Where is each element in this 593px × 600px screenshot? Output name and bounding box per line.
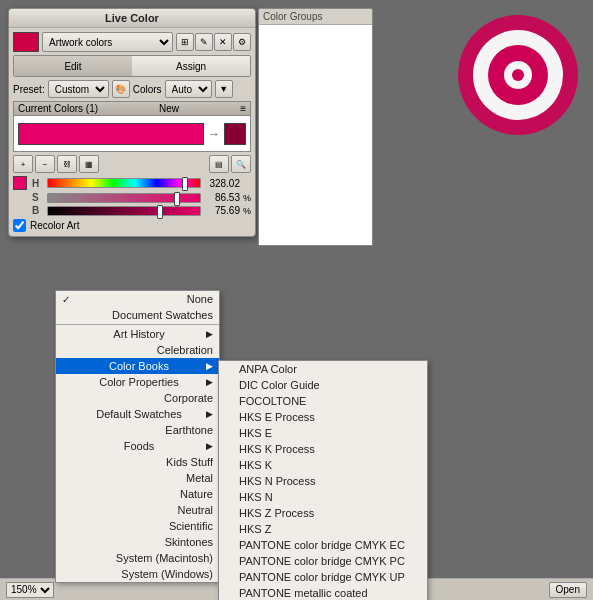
open-button[interactable]: Open [549, 582, 587, 598]
display-icon-btn[interactable]: ▦ [79, 155, 99, 173]
preset-label: Preset: [13, 84, 45, 95]
menu-item-system-mac[interactable]: System (Macintosh) [56, 550, 219, 566]
bright-slider-row: B 75.69 % [13, 205, 251, 216]
tab-assign[interactable]: Assign [132, 56, 250, 76]
h-label: H [32, 178, 44, 189]
menu-item-default-swatches[interactable]: Default Swatches ▶ [56, 406, 219, 422]
menu-item-none[interactable]: ✓ None [56, 291, 219, 307]
menu-item-celebration[interactable]: Celebration [56, 342, 219, 358]
sub-item-hks-e-proc[interactable]: HKS E Process [219, 409, 427, 425]
recolor-checkbox[interactable] [13, 219, 26, 232]
zoom-icon-btn[interactable]: 🔍 [231, 155, 251, 173]
subtract-icon-btn[interactable]: − [35, 155, 55, 173]
b-label: B [32, 205, 44, 216]
bottom-icons-row: + − ⛓ ▦ ▤ 🔍 [13, 155, 251, 173]
s-label: S [32, 192, 44, 203]
sub-item-hks-e[interactable]: HKS E [219, 425, 427, 441]
sat-slider-row: S 86.53 % [13, 192, 251, 203]
settings-btn[interactable]: ⚙ [233, 33, 251, 51]
delete-btn[interactable]: ✕ [214, 33, 232, 51]
menu-item-metal[interactable]: Metal [56, 470, 219, 486]
color-bar-new[interactable] [224, 123, 246, 145]
none-check: ✓ [62, 294, 76, 305]
view-icon-btn[interactable]: ▤ [209, 155, 229, 173]
s-unit: % [243, 193, 251, 203]
menu-item-earthtone[interactable]: Earthtone [56, 422, 219, 438]
sub-item-hks-z-proc[interactable]: HKS Z Process [219, 505, 427, 521]
sub-item-pantone-metallic[interactable]: PANTONE metallic coated [219, 585, 427, 600]
menu-item-corporate[interactable]: Corporate [56, 390, 219, 406]
preset-row: Preset: Custom 🎨 Colors Auto ▼ [13, 80, 251, 98]
b-unit: % [243, 206, 251, 216]
hue-thumb[interactable] [182, 177, 188, 191]
sub-context-menu: ANPA Color DIC Color Guide FOCOLTONE HKS… [218, 360, 428, 600]
more-icon[interactable]: ≡ [240, 103, 246, 114]
sub-item-dic[interactable]: DIC Color Guide [219, 377, 427, 393]
tab-edit[interactable]: Edit [14, 56, 132, 76]
sub-item-pantone-cmyk-ec[interactable]: PANTONE color bridge CMYK EC [219, 537, 427, 553]
live-color-panel: Live Color Artwork colors ⊞ ✎ ✕ ⚙ Edit A… [8, 8, 256, 237]
b-value: 75.69 [204, 205, 240, 216]
panel-title: Live Color [9, 9, 255, 28]
menu-item-kids-stuff[interactable]: Kids Stuff [56, 454, 219, 470]
sat-track[interactable] [47, 193, 201, 203]
preset-icon-btn[interactable]: 🎨 [112, 80, 130, 98]
colors-label: Colors [133, 84, 162, 95]
link-icon-btn[interactable]: ⛓ [57, 155, 77, 173]
sub-item-hks-k[interactable]: HKS K [219, 457, 427, 473]
bright-track[interactable] [47, 206, 201, 216]
hue-track[interactable] [47, 178, 201, 188]
menu-item-skintones[interactable]: Skintones [56, 534, 219, 550]
edit-btn[interactable]: ✎ [195, 33, 213, 51]
recolor-checkbox-row: Recolor Art [13, 219, 251, 232]
sat-thumb[interactable] [174, 192, 180, 206]
sub-item-pantone-cmyk-up[interactable]: PANTONE color bridge CMYK UP [219, 569, 427, 585]
sub-item-hks-n[interactable]: HKS N [219, 489, 427, 505]
preset-select[interactable]: Custom [48, 80, 109, 98]
menu-item-scientific[interactable]: Scientific [56, 518, 219, 534]
color-groups-body [259, 25, 372, 245]
foreground-swatch[interactable] [13, 32, 39, 52]
svg-point-4 [512, 69, 524, 81]
hsb-sliders: H 328.02 S 86.53 % B [13, 176, 251, 216]
colors-icon-btn[interactable]: ▼ [215, 80, 233, 98]
new-color-group-btn[interactable]: ⊞ [176, 33, 194, 51]
bright-thumb[interactable] [157, 205, 163, 219]
main-context-menu: ✓ None Document Swatches Art History ▶ C… [55, 290, 220, 583]
sub-item-focoltone[interactable]: FOCOLTONE [219, 393, 427, 409]
menu-item-color-props[interactable]: Color Properties ▶ [56, 374, 219, 390]
h-value: 328.02 [204, 178, 240, 189]
add-icon-btn[interactable]: + [13, 155, 33, 173]
color-bar-main[interactable] [18, 123, 204, 145]
recolor-label: Recolor Art [30, 220, 79, 231]
colors-select[interactable]: Auto [165, 80, 212, 98]
sub-item-anpa[interactable]: ANPA Color [219, 361, 427, 377]
menu-item-nature[interactable]: Nature [56, 486, 219, 502]
menu-item-system-win[interactable]: System (Windows) [56, 566, 219, 582]
menu-item-foods[interactable]: Foods ▶ [56, 438, 219, 454]
color-bar-area: → [13, 116, 251, 152]
menu-item-color-books[interactable]: Color Books ▶ [56, 358, 219, 374]
menu-item-art-history[interactable]: Art History ▶ [56, 326, 219, 342]
current-colors-header: Current Colors (1) New ≡ [13, 101, 251, 116]
color-indicator [13, 176, 27, 190]
sub-item-hks-n-proc[interactable]: HKS N Process [219, 473, 427, 489]
sub-item-hks-z[interactable]: HKS Z [219, 521, 427, 537]
edit-assign-tabs: Edit Assign [13, 55, 251, 77]
current-colors-label: Current Colors (1) [18, 103, 98, 114]
color-groups-panel: Color Groups [258, 8, 373, 246]
menu-item-neutral[interactable]: Neutral [56, 502, 219, 518]
s-value: 86.53 [204, 192, 240, 203]
hue-slider-row: H 328.02 [13, 176, 251, 190]
color-groups-title: Color Groups [259, 9, 372, 25]
zoom-select[interactable]: 150% [6, 582, 54, 598]
artwork-colors-dropdown[interactable]: Artwork colors [42, 32, 173, 52]
menu-divider-1 [56, 324, 219, 325]
menu-item-doc-swatches[interactable]: Document Swatches [56, 307, 219, 323]
arrow-icon: → [208, 127, 220, 141]
target-logo [453, 10, 583, 140]
sub-item-pantone-cmyk-pc[interactable]: PANTONE color bridge CMYK PC [219, 553, 427, 569]
new-label[interactable]: New [159, 103, 179, 114]
sub-item-hks-k-proc[interactable]: HKS K Process [219, 441, 427, 457]
